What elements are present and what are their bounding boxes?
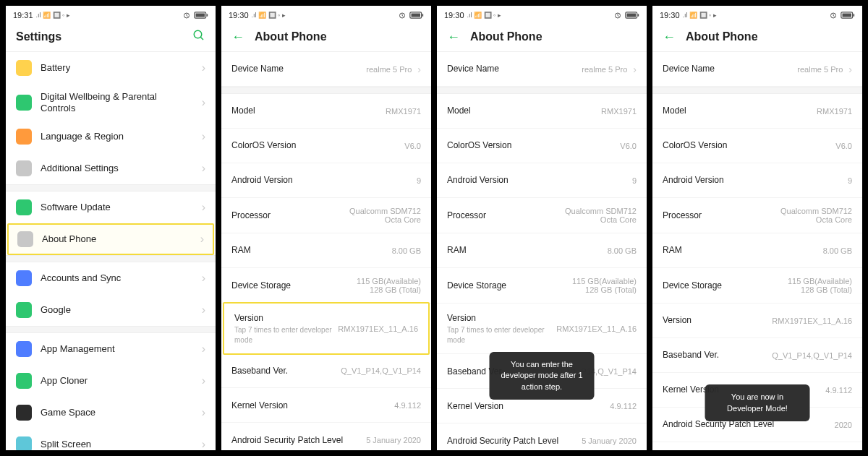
about-item[interactable]: RAM8.00 GB <box>221 233 431 268</box>
about-item[interactable]: ModelRMX1971 <box>221 94 431 129</box>
about-item[interactable]: Baseband Ver.Q_V1_P14,Q_V1_P14 <box>652 338 862 373</box>
about-item-value: 4.9.112 <box>610 402 637 410</box>
settings-item-icon <box>16 270 32 286</box>
settings-item[interactable]: About Phone› <box>7 223 214 255</box>
about-item-value: 9 <box>632 176 637 185</box>
about-item-value: 115 GB(Available) 128 GB (Total) <box>788 277 852 294</box>
battery-icon <box>409 12 424 19</box>
settings-item[interactable]: App Management› <box>6 333 216 365</box>
alarm-icon <box>613 11 622 20</box>
back-icon[interactable]: ← <box>447 30 460 43</box>
about-item[interactable]: SIM1 Card Status› <box>652 442 862 450</box>
about-item-value: RMX1971EX_11_A.16 <box>772 317 852 325</box>
settings-item[interactable]: Additional Settings› <box>6 152 216 184</box>
settings-item[interactable]: Language & Region› <box>6 121 216 152</box>
about-item[interactable]: Device Storage115 GB(Available) 128 GB (… <box>437 268 647 304</box>
svg-rect-11 <box>638 14 639 16</box>
settings-item-icon <box>16 302 32 318</box>
settings-item[interactable]: Software Update› <box>6 192 216 223</box>
settings-item-icon <box>16 129 32 145</box>
about-item[interactable]: ColorOS VersionV6.0 <box>652 129 862 163</box>
about-item-key: Kernel Version <box>231 400 388 411</box>
about-item-key: RAM <box>447 244 602 256</box>
about-item[interactable]: Device Namerealme 5 Pro› <box>437 52 647 87</box>
about-item[interactable]: Android Version9 <box>221 163 431 198</box>
about-item[interactable]: RAM8.00 GB <box>437 233 647 268</box>
about-item-value: Qualcomm SDM712 Octa Core <box>349 207 421 224</box>
about-item-key: Android Security Patch Level <box>231 434 360 446</box>
about-item[interactable]: Android Version9 <box>437 163 647 198</box>
settings-item[interactable]: App Cloner› <box>6 365 216 397</box>
chevron-right-icon: › <box>202 438 205 450</box>
settings-item-icon <box>16 60 32 76</box>
settings-item[interactable]: Split Screen› <box>6 429 216 450</box>
about-header: ← About Phone <box>437 22 647 52</box>
about-item[interactable]: ModelRMX1971 <box>652 94 862 129</box>
about-item[interactable]: VersionTap 7 times to enter developer mo… <box>437 304 647 354</box>
about-item-key: ColorOS Version <box>231 139 399 151</box>
about-item[interactable]: Device Namerealme 5 Pro› <box>221 52 431 87</box>
page-title: About Phone <box>470 30 637 43</box>
about-item[interactable]: Kernel Version4.9.112 <box>221 388 431 423</box>
screenshot-settings: 19:31 .ıl 📶 🔲 ◦ ▸ Settings Battery›Digit… <box>6 6 216 450</box>
about-item-value: realme 5 Pro <box>797 65 843 74</box>
about-item-value: 5 January 2020 <box>582 436 637 445</box>
about-item[interactable]: VersionTap 7 times to enter developer mo… <box>223 302 430 355</box>
about-item[interactable]: Device Namerealme 5 Pro› <box>652 52 862 87</box>
about-item[interactable]: VersionRMX1971EX_11_A.16 <box>652 304 862 338</box>
chevron-right-icon: › <box>848 64 852 75</box>
about-item-value: 2020 <box>835 421 852 429</box>
chevron-right-icon: › <box>202 304 205 317</box>
back-icon[interactable]: ← <box>231 30 244 43</box>
chevron-right-icon: › <box>202 201 205 214</box>
about-item-key: Device Storage <box>231 280 351 291</box>
about-item[interactable]: Android Security Patch Level5 January 20… <box>437 423 647 450</box>
about-item[interactable]: ColorOS VersionV6.0 <box>437 129 647 163</box>
about-item-key: Device Name <box>231 63 360 74</box>
about-item[interactable]: ProcessorQualcomm SDM712 Octa Core <box>221 198 431 233</box>
chevron-right-icon: › <box>202 406 205 419</box>
about-header: ← About Phone <box>652 22 862 52</box>
chevron-right-icon: › <box>200 233 204 246</box>
about-item-value: 4.9.112 <box>394 401 421 410</box>
back-icon[interactable]: ← <box>663 30 676 43</box>
about-item[interactable]: ProcessorQualcomm SDM712 Octa Core <box>437 198 647 233</box>
settings-list[interactable]: Battery›Digital Wellbeing & Parental Con… <box>6 52 216 450</box>
about-item-value: Qualcomm SDM712 Octa Core <box>565 207 637 224</box>
settings-item[interactable]: Digital Wellbeing & Parental Controls› <box>6 84 216 121</box>
about-item-key: Processor <box>231 210 344 221</box>
about-item-key: Device Name <box>447 63 576 74</box>
about-item-key: Device Name <box>663 63 791 74</box>
settings-item-label: App Cloner <box>41 375 193 387</box>
settings-item-label: Google <box>41 304 193 316</box>
search-icon[interactable] <box>192 29 205 44</box>
about-item[interactable]: Device Storage115 GB(Available) 128 GB (… <box>221 268 431 304</box>
settings-item[interactable]: Battery› <box>6 52 216 84</box>
about-item[interactable]: Baseband Ver.Q_V1_P14,Q_V1_P14 <box>221 353 431 388</box>
about-item-value: 9 <box>848 176 852 185</box>
about-item-value: Qualcomm SDM712 Octa Core <box>780 207 852 224</box>
chevron-right-icon: › <box>202 272 205 285</box>
screenshot-about-toast1: 19:30 .ıl 📶 🔲 ◦ ▸ ← About Phone Device N… <box>437 6 647 450</box>
settings-item-label: Battery <box>41 62 193 74</box>
about-item[interactable]: Android Security Patch Level5 January 20… <box>221 423 431 450</box>
chevron-right-icon: › <box>202 162 205 175</box>
settings-item[interactable]: Accounts and Sync› <box>6 262 216 294</box>
about-item-value: Q_V1_P14,Q_V1_P14 <box>772 351 852 360</box>
about-item-value: RMX1971EX_11_A.16 <box>338 324 418 333</box>
about-item-key: VersionTap 7 times to enter developer mo… <box>234 312 332 345</box>
about-item[interactable]: Device Storage115 GB(Available) 128 GB (… <box>652 268 862 304</box>
svg-rect-3 <box>196 14 205 17</box>
about-item[interactable]: ColorOS VersionV6.0 <box>221 129 431 163</box>
svg-rect-7 <box>422 14 424 16</box>
about-item[interactable]: Android Version9 <box>652 163 862 198</box>
about-item-key: Kernel Version <box>447 400 604 412</box>
settings-item[interactable]: Google› <box>6 294 216 326</box>
chevron-right-icon: › <box>202 374 205 387</box>
about-list[interactable]: Device Namerealme 5 Pro›ModelRMX1971Colo… <box>221 52 431 450</box>
settings-item[interactable]: Game Space› <box>6 397 216 429</box>
about-item[interactable]: ModelRMX1971 <box>437 94 647 129</box>
about-item[interactable]: ProcessorQualcomm SDM712 Octa Core <box>652 198 862 233</box>
about-item-key: Processor <box>663 210 775 221</box>
about-item[interactable]: RAM8.00 GB <box>652 233 862 268</box>
